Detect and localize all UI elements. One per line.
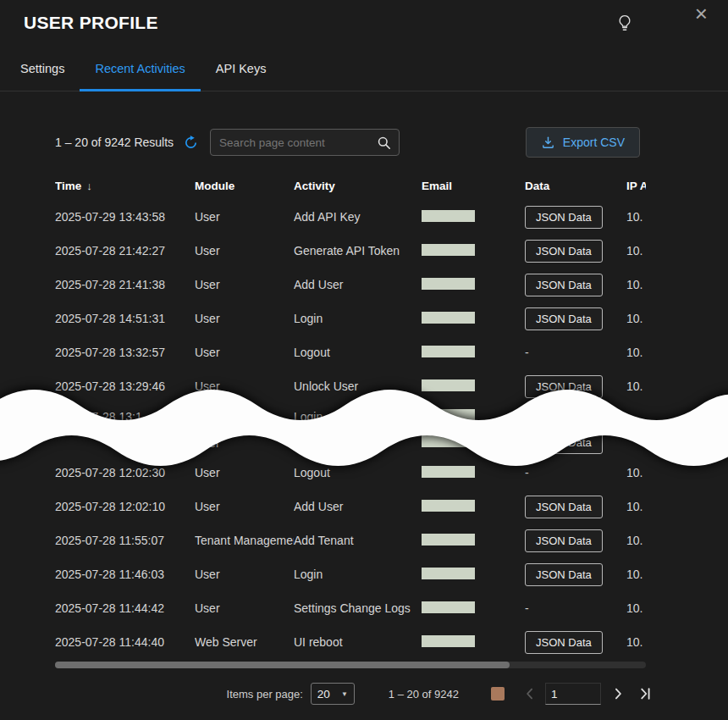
- cell-module: User: [195, 410, 294, 424]
- col-header-data[interactable]: Data: [525, 180, 626, 192]
- cell-time: 2025-07-28 14:51:31: [55, 312, 195, 325]
- col-header-activity[interactable]: Activity: [294, 180, 422, 192]
- col-label: Data: [525, 180, 549, 192]
- activities-table: Time↓ Module Activity Email Data IP Addr…: [55, 171, 646, 659]
- items-per-page-select[interactable]: 20 ▼: [311, 683, 355, 705]
- cell-module: User: [195, 601, 294, 615]
- tab-label: API Keys: [216, 62, 267, 75]
- cell-email: [422, 278, 525, 292]
- export-csv-label: Export CSV: [563, 136, 625, 149]
- cell-activity: Logout: [294, 466, 422, 479]
- cell-email: [422, 346, 525, 360]
- search-input[interactable]: [218, 136, 376, 150]
- lightbulb-icon[interactable]: [615, 14, 634, 32]
- cell-data: -: [525, 466, 626, 479]
- export-csv-button[interactable]: Export CSV: [526, 127, 640, 158]
- tab-settings[interactable]: Settings: [20, 46, 80, 91]
- col-label: Time: [55, 180, 81, 192]
- cell-time: 2025-07-28 11:44:42: [55, 601, 195, 615]
- col-header-ip[interactable]: IP Address: [626, 180, 646, 192]
- cell-email: [422, 210, 525, 224]
- cell-time: 2025-07-28 12:02:30: [55, 466, 195, 479]
- table-row: 2025-07-28 11:46:03 User Login JSON Data…: [55, 557, 646, 591]
- json-data-button[interactable]: JSON Data: [525, 274, 603, 296]
- cell-time: 2025-07-28 11:44:40: [55, 635, 195, 649]
- sort-desc-icon: ↓: [86, 180, 92, 192]
- cell-activity: Generate API Token: [294, 244, 422, 258]
- cell-data: -: [525, 346, 626, 359]
- cell-ip: 10.: [626, 210, 646, 224]
- col-header-module[interactable]: Module: [195, 180, 294, 192]
- page-number-input[interactable]: [545, 683, 601, 705]
- cell-data: JSON Data: [525, 631, 626, 654]
- cell-module: Web Server: [195, 635, 294, 649]
- cell-data: JSON Data: [525, 307, 626, 330]
- cell-module: User: [195, 568, 294, 581]
- json-data-button[interactable]: JSON Data: [525, 405, 603, 428]
- col-header-time[interactable]: Time↓: [55, 180, 195, 192]
- cell-activity: Login: [294, 312, 422, 325]
- col-header-email[interactable]: Email: [422, 180, 525, 192]
- horizontal-scrollbar: [55, 662, 646, 668]
- cell-data: JSON Data: [525, 274, 626, 296]
- table-header-row: Time↓ Module Activity Email Data IP Addr…: [55, 171, 646, 200]
- json-data-button[interactable]: JSON Data: [525, 307, 603, 330]
- cell-ip: 10.: [626, 635, 646, 649]
- previous-page-button[interactable]: [521, 685, 538, 702]
- items-per-page-value: 20: [317, 688, 330, 701]
- tab-api-keys[interactable]: API Keys: [201, 46, 282, 91]
- json-data-button[interactable]: JSON Data: [525, 496, 603, 518]
- cell-activity: Add API Key: [294, 210, 422, 224]
- json-data-button[interactable]: JSON Data: [525, 631, 603, 654]
- redacted-email-bar: [422, 379, 475, 391]
- table-row: 2025-07-28 13:29:46 User Unlock User JSO…: [55, 369, 646, 403]
- last-page-button[interactable]: [637, 685, 654, 702]
- table-row: 2025-07-28 14:51:31 User Login JSON Data…: [55, 302, 646, 335]
- cell-activity: Login: [294, 568, 422, 581]
- tab-recent-activities[interactable]: Recent Activities: [80, 46, 200, 91]
- search-box: [210, 129, 400, 156]
- refresh-icon[interactable]: [184, 136, 198, 150]
- table-row: 2025-07-28 13:1 User Login JSON Data: [55, 403, 646, 429]
- table-body: 2025-07-29 13:43:58 User Add API Key JSO…: [55, 200, 646, 659]
- next-page-button[interactable]: [609, 685, 626, 702]
- json-data-button[interactable]: JSON Data: [525, 375, 603, 398]
- cell-activity: Add User: [294, 278, 422, 291]
- items-per-page-label: Items per page:: [227, 688, 303, 701]
- close-icon[interactable]: ×: [695, 5, 708, 22]
- page-range-text: 1 – 20 of 9242: [389, 688, 459, 701]
- search-icon[interactable]: [376, 135, 392, 151]
- table-row: 2025-07-29 13:43:58 User Add API Key JSO…: [55, 200, 646, 234]
- json-data-button[interactable]: JSON Data: [525, 431, 603, 454]
- cell-data: JSON Data: [525, 563, 626, 586]
- cell-data: JSON Data: [525, 240, 626, 263]
- redacted-email-bar: [422, 466, 475, 478]
- cell-time: 2025-07-28 21:41:38: [55, 278, 195, 291]
- cell-time: 2025-07-28 11:55:07: [55, 534, 195, 547]
- tab-label: Settings: [20, 62, 64, 75]
- cell-email: [422, 466, 525, 480]
- json-data-button[interactable]: JSON Data: [525, 563, 603, 586]
- tab-label: Recent Activities: [95, 62, 185, 75]
- cell-email: [422, 409, 525, 424]
- cell-activity: Login: [294, 410, 422, 424]
- cell-ip: 10.: [626, 312, 646, 325]
- horizontal-scrollbar-thumb[interactable]: [55, 662, 510, 668]
- json-data-button[interactable]: JSON Data: [525, 240, 603, 263]
- cell-time: 2025-07-28 13:29:46: [55, 379, 195, 393]
- cell-module: User: [195, 346, 294, 359]
- cell-activity: Settings Change Logs: [294, 601, 422, 615]
- cell-data: JSON Data: [525, 405, 626, 428]
- redacted-email-bar: [422, 278, 475, 290]
- cell-data: JSON Data: [525, 206, 626, 229]
- json-data-button[interactable]: JSON Data: [525, 529, 603, 552]
- page-title: USER PROFILE: [24, 13, 158, 33]
- col-label: Activity: [294, 180, 335, 192]
- cell-data: JSON Data: [525, 431, 626, 454]
- json-data-button[interactable]: JSON Data: [525, 206, 603, 229]
- cell-email: [422, 379, 525, 394]
- table-row: 2025-07-28 13:32:57 User Logout - 10.: [55, 335, 646, 369]
- table-row: 2025-07-28 12:02:30 User Logout - 10.: [55, 456, 646, 490]
- cell-activity: Add User: [294, 500, 422, 513]
- cell-module: User: [195, 312, 294, 325]
